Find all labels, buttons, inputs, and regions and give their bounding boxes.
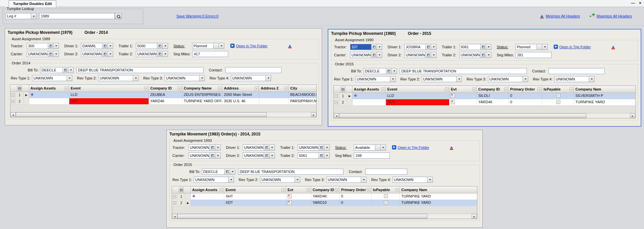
cell-primary-order[interactable]: 0 bbox=[340, 200, 372, 206]
cell-address[interactable]: 3035 U.S. 46 bbox=[223, 98, 259, 104]
column-header-evt[interactable]: Evt▾ bbox=[286, 186, 311, 193]
cell-assign-assets[interactable]: ❖ bbox=[29, 92, 69, 98]
leg-type-combo[interactable]: Leg # bbox=[6, 13, 36, 19]
dropdown-arrow-icon[interactable] bbox=[431, 52, 436, 58]
column-header-address[interactable]: Address▾ bbox=[223, 85, 259, 92]
dropdown-arrow-icon[interactable] bbox=[269, 153, 274, 158]
dropdown-arrow-icon[interactable] bbox=[133, 75, 138, 81]
ellipsis-button[interactable] bbox=[425, 44, 431, 50]
rev-type4-combo[interactable]: UNKNOWN bbox=[393, 177, 433, 183]
ellipsis-button[interactable] bbox=[371, 52, 377, 58]
cell-assign-assets[interactable]: ❖ bbox=[191, 193, 224, 199]
ellipsis-button[interactable] bbox=[480, 44, 486, 50]
cell-assign-assets[interactable]: ❖ bbox=[352, 93, 386, 99]
dropdown-arrow-icon[interactable] bbox=[68, 67, 73, 73]
rev-type1-combo[interactable]: UNKNOWN bbox=[194, 177, 234, 183]
cell-primary-order[interactable]: 0 bbox=[509, 99, 542, 105]
minimize-header-icon[interactable] bbox=[449, 145, 454, 150]
dropdown-arrow-icon[interactable] bbox=[162, 51, 168, 57]
scrollbar-thumb[interactable] bbox=[339, 113, 586, 118]
dropdown-arrow-icon[interactable] bbox=[456, 76, 462, 82]
table-row[interactable]: +2▶XDTYARD100✓TURNPIKE YARD bbox=[172, 200, 477, 206]
rev-type2-combo[interactable]: UNKNOWN bbox=[98, 75, 139, 81]
ispayable-checkbox[interactable]: ✓ bbox=[384, 194, 388, 198]
seg-miles-field[interactable]: 417 bbox=[192, 51, 228, 57]
rev-type2-combo[interactable]: UNKNOWN bbox=[422, 76, 462, 82]
filter-icon[interactable]: ▾ bbox=[307, 188, 310, 192]
dropdown-arrow-icon[interactable] bbox=[324, 153, 329, 158]
column-header-primary-order[interactable]: Primary Order▾ bbox=[509, 86, 542, 93]
dropdown-arrow-icon[interactable] bbox=[31, 13, 36, 19]
column-header-evt[interactable]: Evt▾ bbox=[450, 86, 477, 93]
column-header-city[interactable]: City▾ bbox=[289, 85, 316, 92]
bill-to-name-field[interactable]: DEEP BLUE TRANSPORTATION bbox=[400, 68, 527, 74]
minimize-all-headers-link[interactable]: Minimize All Headers bbox=[546, 14, 580, 18]
table-row[interactable]: +1▶❖LLDSILOLI0✓SILVERSMITH P bbox=[334, 93, 635, 99]
ellipsis-button[interactable] bbox=[157, 43, 162, 49]
seg-miles-field[interactable]: 281 bbox=[515, 52, 552, 58]
status-label[interactable]: Status: bbox=[497, 45, 515, 49]
driver2-combo[interactable]: UNKNOWN bbox=[81, 51, 113, 57]
row-expander-icon[interactable]: + bbox=[10, 98, 16, 104]
scrollbar-track[interactable] bbox=[177, 214, 472, 219]
column-header-company-nam[interactable]: Company Nam▾ bbox=[400, 186, 477, 193]
contact-field[interactable] bbox=[549, 68, 605, 74]
search-icon[interactable] bbox=[115, 13, 122, 19]
open-trip-folder-link[interactable]: Open in Trip Folder bbox=[398, 146, 429, 150]
ellipsis-button[interactable] bbox=[63, 67, 68, 73]
scrollbar-track[interactable] bbox=[339, 113, 630, 118]
column-header-assign-assets[interactable]: Assign Assets▾ bbox=[352, 86, 386, 93]
dropdown-arrow-icon[interactable] bbox=[107, 43, 113, 49]
row-expander-icon[interactable]: + bbox=[10, 92, 16, 98]
ispayable-checkbox[interactable]: ✓ bbox=[556, 100, 560, 104]
cell-primary-order[interactable]: 0 bbox=[509, 93, 542, 99]
dropdown-arrow-icon[interactable] bbox=[199, 75, 205, 81]
scrollbar-track[interactable] bbox=[16, 112, 311, 117]
column-header-address-2[interactable]: Address 2▾ bbox=[259, 85, 289, 92]
rev-type1-combo[interactable]: UNKNOWN bbox=[355, 76, 396, 82]
cell-evt[interactable] bbox=[286, 200, 311, 206]
bill-to-combo[interactable]: DEECLE bbox=[202, 169, 235, 175]
dropdown-arrow-icon[interactable] bbox=[542, 44, 547, 50]
cell-company-id[interactable]: ZEUBEA bbox=[149, 92, 182, 98]
grid-customize-icon[interactable]: ▤ bbox=[17, 86, 22, 91]
cell-company-id[interactable]: YARD10 bbox=[311, 200, 340, 206]
filter-icon[interactable]: ▾ bbox=[220, 188, 223, 192]
scrollbar-thumb[interactable] bbox=[16, 112, 267, 117]
dropdown-arrow-icon[interactable] bbox=[265, 75, 271, 81]
ellipsis-button[interactable] bbox=[210, 145, 215, 150]
contact-field[interactable] bbox=[365, 169, 407, 175]
row-expander-icon[interactable]: + bbox=[172, 200, 177, 206]
ellipsis-button[interactable] bbox=[386, 68, 391, 74]
ellipsis-button[interactable] bbox=[48, 43, 53, 49]
driver1-combo[interactable]: DANMIL bbox=[81, 43, 113, 49]
trailer2-combo[interactable]: UNKNOWN bbox=[136, 51, 168, 57]
row-number[interactable]: 2 bbox=[16, 98, 24, 104]
row-number[interactable]: 1 bbox=[339, 93, 347, 99]
dropdown-arrow-icon[interactable] bbox=[215, 153, 220, 158]
cell-city[interactable]: BEACHWOOD,O bbox=[289, 92, 316, 98]
ispayable-checkbox[interactable]: ✓ bbox=[556, 94, 560, 98]
dropdown-arrow-icon[interactable] bbox=[391, 68, 397, 74]
row-number[interactable]: 1 bbox=[177, 193, 185, 199]
column-header-company-name[interactable]: Company Name▾ bbox=[182, 85, 223, 92]
filter-icon[interactable]: ▾ bbox=[395, 188, 399, 192]
status-combo[interactable]: Planned bbox=[515, 44, 548, 50]
dropdown-arrow-icon[interactable] bbox=[486, 52, 491, 58]
lookup-search-input[interactable]: 1989 bbox=[39, 13, 115, 19]
ellipsis-button[interactable] bbox=[319, 145, 324, 150]
cell-evt[interactable] bbox=[450, 93, 477, 99]
column-header-primary-order[interactable]: Primary Order▾ bbox=[340, 186, 372, 193]
cell-assign-assets[interactable] bbox=[352, 99, 386, 105]
cell-address-2[interactable] bbox=[259, 92, 289, 98]
dropdown-arrow-icon[interactable] bbox=[522, 76, 528, 82]
driver1-combo[interactable]: JOSBRA bbox=[404, 44, 436, 50]
blank-button[interactable] bbox=[375, 145, 380, 150]
cell-event[interactable]: LLD bbox=[69, 92, 149, 98]
table-row[interactable]: +2XDTYARD460✓TURNPIKE YARD bbox=[334, 99, 635, 106]
tractor-combo[interactable]: 107 bbox=[350, 44, 382, 50]
column-header-event[interactable]: Event▾ bbox=[69, 85, 149, 92]
trailer1-combo[interactable]: 5061 bbox=[459, 44, 491, 50]
filter-icon[interactable]: ▾ bbox=[472, 88, 476, 91]
column-header-event[interactable]: Event▾ bbox=[386, 86, 450, 93]
